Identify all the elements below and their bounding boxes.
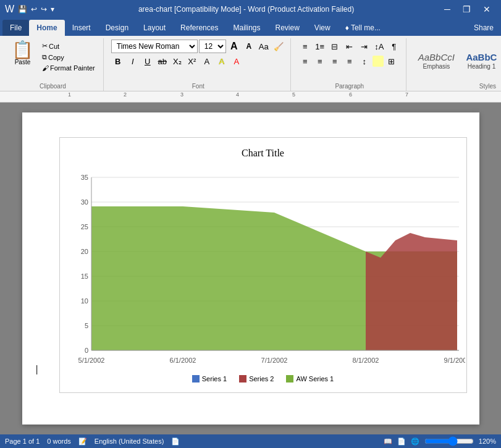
tab-mailings[interactable]: Mailings [225, 20, 267, 36]
track-changes-icon[interactable]: 📄 [171, 437, 180, 446]
tab-tell-me[interactable]: ♦ Tell me... [338, 20, 388, 36]
increase-indent-button[interactable]: ⇥ [358, 40, 371, 53]
chart-container[interactable]: Chart Title 35 30 25 20 15 10 5 0 [59, 137, 467, 393]
status-bar-right: 📖 📄 🌐 120% [384, 436, 496, 446]
legend-series2: Series 2 [239, 375, 274, 382]
font-family-select[interactable]: Times New Roman [111, 40, 198, 53]
font-row-1: Times New Roman 12 A A Aa 🧹 [111, 40, 285, 53]
document-area: Chart Title 35 30 25 20 15 10 5 0 [0, 103, 501, 434]
font-content: Times New Roman 12 A A Aa 🧹 B I U ab X₂ … [111, 40, 285, 82]
restore-button[interactable]: ❐ [458, 0, 476, 19]
line-spacing-button[interactable]: ↕ [358, 54, 371, 68]
font-size-select[interactable]: 12 [199, 40, 226, 53]
redo-icon[interactable]: ↪ [41, 5, 47, 14]
zoom-slider[interactable] [424, 436, 474, 446]
zoom-level[interactable]: 120% [479, 437, 496, 445]
undo-icon[interactable]: ↩ [31, 5, 37, 14]
title-bar-left: W 💾 ↩ ↪ ▾ [5, 4, 54, 15]
underline-button[interactable]: U [141, 54, 154, 68]
view-mode-read[interactable]: 📖 [384, 437, 392, 446]
highlight-button[interactable]: A [215, 54, 229, 68]
numbering-button[interactable]: 1≡ [313, 40, 327, 53]
strikethrough-button[interactable]: ab [156, 54, 169, 68]
tab-references[interactable]: References [173, 20, 225, 36]
change-case-button[interactable]: Aa [257, 40, 271, 53]
paragraph-content: ≡ 1≡ ⊟ ⇤ ⇥ ↕A ¶ ≡ ≡ ≡ ≡ ↕ ⊞ [298, 40, 401, 82]
multilevel-list-button[interactable]: ⊟ [328, 40, 342, 53]
shrink-font-button[interactable]: A [242, 40, 256, 53]
clipboard-group: 📋 Paste ✂ Cut ⧉ Copy 🖌 Format Painter Cl… [2, 38, 104, 91]
close-button[interactable]: ✕ [478, 0, 496, 19]
clear-formatting-button[interactable]: 🧹 [272, 40, 285, 53]
styles-content: AaBbCcI Emphasis AaBbC Heading 1 AaBbCcI… [414, 40, 501, 82]
bullets-button[interactable]: ≡ [298, 40, 312, 53]
bold-button[interactable]: B [111, 54, 125, 68]
tab-review[interactable]: Review [267, 20, 306, 36]
shading-button[interactable] [373, 56, 384, 67]
align-center-button[interactable]: ≡ [313, 54, 327, 68]
grow-font-button[interactable]: A [227, 40, 241, 53]
svg-text:15: 15 [80, 273, 88, 280]
page: Chart Title 35 30 25 20 15 10 5 0 [22, 112, 479, 425]
svg-text:0: 0 [84, 347, 88, 354]
align-left-button[interactable]: ≡ [298, 54, 312, 68]
legend-label-series2: Series 2 [249, 375, 274, 382]
clipboard-small-buttons: ✂ Cut ⧉ Copy 🖌 Format Painter [39, 41, 98, 73]
legend-series1: Series 1 [192, 375, 227, 382]
tab-design[interactable]: Design [98, 20, 136, 36]
text-effects-button[interactable]: A [200, 54, 214, 68]
para-row-1: ≡ 1≡ ⊟ ⇤ ⇥ ↕A ¶ [298, 40, 401, 53]
cut-icon: ✂ [42, 42, 48, 50]
copy-button[interactable]: ⧉ Copy [39, 52, 98, 62]
sort-button[interactable]: ↕A [373, 40, 386, 53]
view-mode-web[interactable]: 🌐 [411, 437, 419, 446]
font-color-button[interactable]: A [230, 54, 243, 68]
format-painter-button[interactable]: 🖌 Format Painter [39, 63, 98, 73]
superscript-button[interactable]: X² [185, 54, 199, 68]
font-label: Font [111, 83, 285, 91]
proofing-icon[interactable]: 📝 [78, 437, 87, 446]
legend-label-aw-series1: AW Series 1 [296, 375, 334, 382]
paste-button[interactable]: 📋 Paste [7, 40, 38, 67]
tab-share[interactable]: Share [466, 20, 501, 36]
tab-view[interactable]: View [307, 20, 338, 36]
ribbon: 📋 Paste ✂ Cut ⧉ Copy 🖌 Format Painter Cl… [0, 36, 501, 91]
style-item-emphasis[interactable]: AaBbCcI Emphasis [414, 50, 459, 72]
svg-text:6/1/2002: 6/1/2002 [169, 357, 196, 364]
copy-icon: ⧉ [42, 53, 47, 61]
tab-insert[interactable]: Insert [65, 20, 98, 36]
app-icon: W [5, 4, 14, 15]
style-label-heading1: Heading 1 [468, 63, 496, 70]
ribbon-tabs: File Home Insert Design Layout Reference… [0, 19, 501, 36]
align-right-button[interactable]: ≡ [328, 54, 342, 68]
svg-text:30: 30 [80, 198, 88, 206]
cut-button[interactable]: ✂ Cut [39, 41, 98, 51]
tab-layout[interactable]: Layout [136, 20, 173, 36]
minimize-button[interactable]: ─ [438, 0, 457, 19]
subscript-button[interactable]: X₂ [171, 54, 184, 68]
dropdown-icon[interactable]: ▾ [51, 5, 54, 14]
save-icon[interactable]: 💾 [18, 5, 27, 14]
style-item-heading1[interactable]: AaBbC Heading 1 [461, 50, 501, 72]
svg-text:10: 10 [80, 297, 88, 305]
italic-button[interactable]: I [126, 54, 140, 68]
language[interactable]: English (United States) [95, 437, 164, 445]
cursor-indicator: | [36, 364, 38, 375]
chart-title: Chart Title [70, 148, 457, 159]
status-bar: Page 1 of 1 0 words 📝 English (United St… [0, 434, 501, 448]
chart-svg: 35 30 25 20 15 10 5 0 [70, 166, 465, 370]
title-bar: W 💾 ↩ ↪ ▾ area-chart [Compatibility Mode… [0, 0, 501, 19]
svg-text:20: 20 [80, 248, 88, 255]
view-mode-print[interactable]: 📄 [397, 437, 406, 446]
legend-color-aw-series1 [286, 375, 293, 382]
decrease-indent-button[interactable]: ⇤ [343, 40, 356, 53]
window-title: area-chart [Compatibility Mode] - Word (… [138, 5, 354, 14]
series2-area [366, 233, 457, 350]
borders-button[interactable]: ⊞ [385, 54, 398, 68]
svg-text:9/1/2002: 9/1/2002 [444, 357, 465, 364]
justify-button[interactable]: ≡ [343, 54, 356, 68]
font-row-2: B I U ab X₂ X² A A A [111, 54, 243, 68]
show-formatting-button[interactable]: ¶ [387, 40, 401, 53]
tab-home[interactable]: Home [29, 20, 64, 36]
tab-file[interactable]: File [2, 20, 29, 36]
